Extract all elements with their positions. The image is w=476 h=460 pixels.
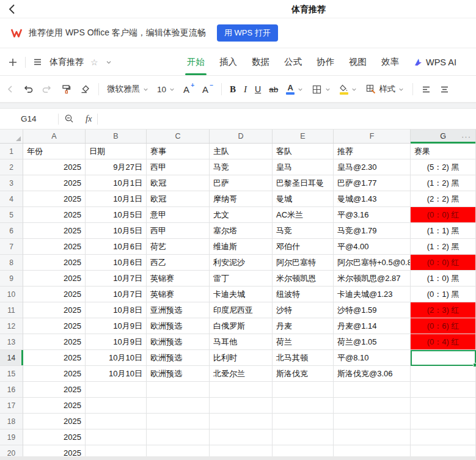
cell-C7[interactable]: 荷艺 bbox=[147, 239, 210, 255]
row-header-2[interactable]: 2 bbox=[0, 159, 23, 175]
cell-A15[interactable]: 2025 bbox=[23, 366, 86, 382]
cell-F12[interactable]: 丹麦@1.14 bbox=[334, 318, 411, 334]
cell-D1[interactable]: 主队 bbox=[210, 144, 273, 159]
cell-D13[interactable]: 马耳他 bbox=[210, 334, 273, 350]
tab-视图[interactable]: 视图 bbox=[349, 49, 367, 75]
row-header-7[interactable]: 7 bbox=[0, 239, 23, 255]
tab-插入[interactable]: 插入 bbox=[219, 49, 237, 75]
cell-A19[interactable]: 2025 bbox=[23, 429, 86, 445]
cell-A8[interactable]: 2025 bbox=[23, 255, 86, 271]
decrease-font-icon[interactable]: A− bbox=[202, 84, 213, 95]
cell-C6[interactable]: 西甲 bbox=[147, 223, 210, 239]
cell-B5[interactable]: 10月5日 bbox=[86, 207, 147, 223]
tab-开始[interactable]: 开始 bbox=[187, 49, 205, 75]
select-all-corner[interactable] bbox=[0, 130, 23, 143]
row-header-5[interactable]: 5 bbox=[0, 207, 23, 223]
cell-E2[interactable]: 皇马 bbox=[273, 159, 334, 175]
cell-A5[interactable]: 2025 bbox=[23, 207, 86, 223]
cell-G1[interactable]: 赛果 bbox=[411, 144, 476, 159]
cell-G6[interactable]: (1：1) 黑 bbox=[411, 223, 476, 239]
cell-E12[interactable]: 丹麦 bbox=[273, 318, 334, 334]
doc-menu-chevron-icon[interactable] bbox=[105, 59, 112, 66]
cell-G8[interactable]: (0：0) 红 bbox=[411, 255, 476, 271]
eraser-icon[interactable] bbox=[79, 84, 90, 95]
more-columns-button[interactable]: ··· bbox=[461, 130, 471, 143]
cell-D10[interactable]: 卡迪夫城 bbox=[210, 287, 273, 302]
cell-E15[interactable]: 斯洛伐克 bbox=[273, 366, 334, 382]
cell-D6[interactable]: 塞尔塔 bbox=[210, 223, 273, 239]
document-name[interactable]: 体育推荐 bbox=[49, 57, 84, 68]
cell-D11[interactable]: 印度尼西亚 bbox=[210, 302, 273, 318]
cell-D14[interactable]: 比利时 bbox=[210, 350, 273, 366]
cell-D8[interactable]: 利安泥沙 bbox=[210, 255, 273, 271]
cell-C13[interactable]: 欧洲预选 bbox=[147, 334, 210, 350]
cell-A10[interactable]: 2025 bbox=[23, 287, 86, 302]
column-header-C[interactable]: C bbox=[147, 130, 210, 143]
chevron-down-icon[interactable] bbox=[398, 86, 405, 93]
cell-F6[interactable]: 马竞@1.79 bbox=[334, 223, 411, 239]
fill-handle[interactable] bbox=[473, 363, 476, 367]
italic-button[interactable]: I bbox=[244, 84, 247, 95]
cell-B1[interactable]: 日期 bbox=[86, 144, 147, 159]
cell-G17[interactable] bbox=[411, 398, 476, 414]
cell-E4[interactable]: 曼城 bbox=[273, 191, 334, 207]
cell-G15[interactable] bbox=[411, 366, 476, 382]
font-size-select[interactable]: 10 bbox=[157, 85, 175, 94]
cell-E5[interactable]: AC米兰 bbox=[273, 207, 334, 223]
cell-F4[interactable]: 曼城@1.43 bbox=[334, 191, 411, 207]
column-header-B[interactable]: B bbox=[86, 130, 147, 143]
cell-style-button[interactable]: 样式 bbox=[365, 84, 405, 95]
cell-D7[interactable]: 维迪斯 bbox=[210, 239, 273, 255]
column-header-D[interactable]: D bbox=[210, 130, 273, 143]
cell-D9[interactable]: 雷丁 bbox=[210, 271, 273, 287]
cell-A12[interactable]: 2025 bbox=[23, 318, 86, 334]
cell-B17[interactable] bbox=[86, 398, 147, 414]
row-header-4[interactable]: 4 bbox=[0, 191, 23, 207]
new-sheet-icon[interactable] bbox=[7, 57, 18, 68]
font-color-button[interactable]: A bbox=[286, 84, 304, 95]
cell-A17[interactable]: 2025 bbox=[23, 398, 86, 414]
cell-G12[interactable]: (0：6) 红 bbox=[411, 318, 476, 334]
cell-G18[interactable] bbox=[411, 414, 476, 429]
cell-G16[interactable] bbox=[411, 382, 476, 398]
cell-D3[interactable]: 巴萨 bbox=[210, 175, 273, 191]
cell-F9[interactable]: 米尔顿凯思@2.87 bbox=[334, 271, 411, 287]
cell-C15[interactable]: 欧洲预选 bbox=[147, 366, 210, 382]
menu-hamburger-icon[interactable] bbox=[32, 57, 43, 67]
cell-C16[interactable] bbox=[147, 382, 210, 398]
row-header-15[interactable]: 15 bbox=[0, 366, 23, 382]
column-header-F[interactable]: F bbox=[334, 130, 411, 143]
cell-A7[interactable]: 2025 bbox=[23, 239, 86, 255]
cell-G14[interactable] bbox=[411, 350, 476, 366]
cell-F18[interactable] bbox=[334, 414, 411, 429]
row-header-14[interactable]: 14 bbox=[0, 350, 23, 366]
cell-F10[interactable]: 卡迪夫城@1.23 bbox=[334, 287, 411, 302]
row-header-18[interactable]: 18 bbox=[0, 414, 23, 429]
collapse-left-icon[interactable] bbox=[6, 84, 15, 94]
cell-E13[interactable]: 荷兰 bbox=[273, 334, 334, 350]
bold-button[interactable]: B bbox=[230, 84, 236, 95]
tab-wps-ai[interactable]: WPS AI bbox=[414, 49, 456, 75]
chevron-down-icon[interactable] bbox=[351, 86, 357, 93]
cell-A6[interactable]: 2025 bbox=[23, 223, 86, 239]
cell-B9[interactable]: 10月7日 bbox=[86, 271, 147, 287]
insert-function-icon[interactable]: fx bbox=[86, 114, 92, 124]
cell-B11[interactable]: 10月8日 bbox=[86, 302, 147, 318]
cell-F5[interactable]: 平@3.16 bbox=[334, 207, 411, 223]
cell-C3[interactable]: 欧冠 bbox=[147, 175, 210, 191]
cell-A3[interactable]: 2025 bbox=[23, 175, 86, 191]
cell-F15[interactable]: 斯洛伐克@3.06 bbox=[334, 366, 411, 382]
open-in-wps-button[interactable]: 用 WPS 打开 bbox=[217, 24, 278, 42]
cell-G3[interactable]: (1：2) 黑 bbox=[411, 175, 476, 191]
row-header-8[interactable]: 8 bbox=[0, 255, 23, 271]
row-header-19[interactable]: 19 bbox=[0, 429, 23, 445]
cell-A16[interactable]: 2025 bbox=[23, 382, 86, 398]
row-header-11[interactable]: 11 bbox=[0, 302, 23, 318]
cell-E7[interactable]: 邓伯什 bbox=[273, 239, 334, 255]
row-header-17[interactable]: 17 bbox=[0, 398, 23, 414]
cell-D5[interactable]: 尤文 bbox=[210, 207, 273, 223]
row-header-3[interactable]: 3 bbox=[0, 175, 23, 191]
align-left-icon[interactable] bbox=[421, 84, 431, 95]
cell-B4[interactable]: 10月1日 bbox=[86, 191, 147, 207]
cell-C1[interactable]: 赛事 bbox=[147, 144, 210, 159]
